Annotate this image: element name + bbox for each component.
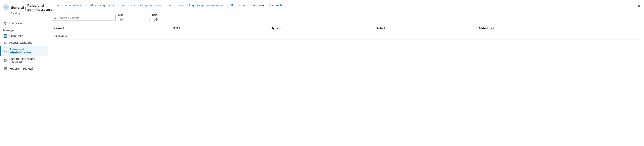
col-upn[interactable]: UPN ↕ [170, 25, 270, 32]
table-container: Name ↕ UPN ↕ Type [48, 25, 644, 146]
refresh-icon: ↻ [269, 4, 271, 7]
svg-rect-15 [233, 4, 234, 6]
sidebar-item-resources[interactable]: Resources [0, 33, 48, 39]
role-filter-group: Role All [152, 14, 184, 22]
no-results-cell: No results [52, 32, 640, 40]
type-filter-label: Type [118, 14, 150, 16]
svg-rect-6 [4, 42, 7, 44]
catalog-name: General [11, 6, 24, 10]
search-box[interactable] [52, 15, 116, 21]
remove-icon: ✕ [250, 4, 252, 7]
sidebar-header: General | Roles and administrators ··· C… [0, 2, 48, 16]
sidebar-nav: Overview Manage Resources [0, 18, 48, 146]
overview-label: Overview [9, 22, 22, 25]
svg-line-17 [56, 18, 56, 19]
add-catalog-owner-icon: + [54, 4, 56, 7]
catalog-icon [3, 5, 9, 10]
access-packages-icon [4, 41, 7, 45]
add-access-package-assignment-manager-button[interactable]: + Add access package assignment manager [164, 3, 226, 8]
sort-name-icon: ↕ [62, 27, 64, 29]
role-chevron-down-icon [180, 18, 182, 21]
search-icon [54, 17, 56, 19]
filters-row: Type All Role All [48, 11, 644, 25]
role-filter-label: Role [152, 14, 184, 16]
custom-extensions-label: Custom extensions (Preview) [9, 57, 44, 64]
add-catalog-reader-button[interactable]: + Add catalog reader [84, 3, 116, 8]
add-access-package-manager-icon: + [119, 4, 121, 7]
col-role[interactable]: Role ↕ [375, 25, 477, 32]
svg-rect-8 [4, 59, 6, 61]
col-added-by[interactable]: Added by ↕ [477, 25, 640, 32]
role-filter-value: All [154, 18, 158, 21]
sort-upn-icon: ↕ [178, 27, 180, 29]
app-container: General | Roles and administrators ··· C… [0, 0, 644, 146]
sidebar-item-custom-extensions[interactable]: Custom extensions (Preview) [0, 56, 48, 65]
no-results-row: No results [52, 32, 640, 40]
col-type[interactable]: Type ↕ [270, 25, 375, 32]
close-button[interactable]: × [637, 3, 641, 9]
column-button[interactable]: Column [229, 3, 247, 8]
type-filter-group: Type All [118, 14, 150, 22]
close-icon: × [638, 4, 640, 8]
remove-button[interactable]: ✕ Remove [248, 3, 266, 9]
sort-added-by-icon: ↕ [493, 27, 495, 29]
reports-icon [4, 67, 7, 70]
svg-point-4 [6, 23, 6, 24]
svg-rect-14 [232, 4, 233, 6]
add-access-package-manager-button[interactable]: + Add access package manager [117, 3, 163, 8]
manage-section-label: Manage [0, 27, 48, 33]
add-catalog-owner-button[interactable]: + Add catalog owner [52, 3, 83, 8]
reports-label: Reports (Preview) [9, 67, 33, 70]
type-chevron-down-icon [145, 18, 148, 21]
add-access-package-assignment-manager-icon: + [166, 4, 168, 7]
type-filter-value: All [120, 18, 124, 21]
sidebar: General | Roles and administrators ··· C… [0, 0, 48, 146]
sidebar-item-overview[interactable]: Overview [0, 20, 48, 27]
col-name[interactable]: Name ↕ [52, 25, 170, 32]
roles-icon [4, 49, 7, 53]
sort-type-icon: ↕ [279, 27, 281, 29]
sort-role-icon: ↕ [384, 27, 385, 29]
sidebar-item-roles-administrators[interactable]: Roles and administrators [0, 46, 48, 56]
role-filter-dropdown[interactable]: All [152, 17, 184, 22]
main-content: « + Add catalog owner + Add catalog read… [48, 0, 644, 146]
refresh-button[interactable]: ↻ Refresh [267, 3, 284, 9]
toolbar: + Add catalog owner + Add catalog reader… [48, 0, 644, 11]
svg-rect-13 [232, 4, 232, 6]
sidebar-item-reports[interactable]: Reports (Preview) [0, 65, 48, 72]
overview-icon [4, 21, 7, 25]
resources-icon [4, 34, 7, 38]
custom-extensions-icon [4, 59, 7, 62]
data-table: Name ↕ UPN ↕ Type [52, 25, 640, 40]
sidebar-item-access-packages[interactable]: Access packages [0, 39, 48, 46]
type-filter-dropdown[interactable]: All [118, 17, 150, 22]
roles-label: Roles and administrators [9, 48, 44, 54]
access-packages-label: Access packages [9, 41, 32, 44]
svg-point-7 [5, 50, 6, 51]
resources-label: Resources [9, 34, 23, 38]
nav-divider [0, 17, 48, 17]
column-icon [231, 4, 234, 7]
search-input[interactable] [58, 16, 113, 20]
add-catalog-reader-icon: + [86, 4, 88, 7]
